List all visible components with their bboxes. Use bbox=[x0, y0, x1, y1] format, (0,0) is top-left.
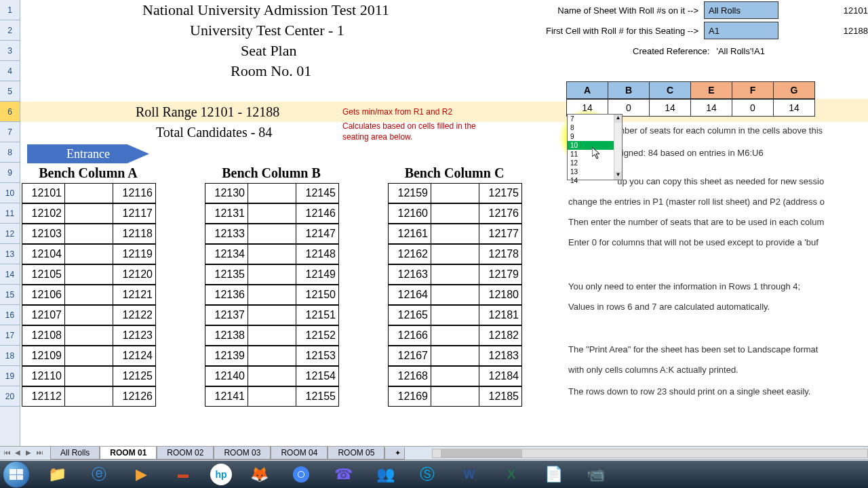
cell[interactable]: 12136 bbox=[205, 285, 248, 305]
cell[interactable]: 12166 bbox=[388, 325, 431, 346]
cell[interactable]: 12151 bbox=[296, 305, 339, 325]
cell-empty[interactable] bbox=[431, 203, 479, 224]
notes-icon[interactable]: 📄 bbox=[538, 464, 568, 485]
row-header-8[interactable]: 8 bbox=[0, 142, 20, 163]
cell[interactable]: 12148 bbox=[296, 244, 339, 264]
cell-empty[interactable] bbox=[431, 244, 479, 264]
cell[interactable]: 12120 bbox=[113, 264, 156, 285]
horizontal-scrollbar[interactable] bbox=[432, 449, 868, 458]
cell[interactable]: 12180 bbox=[479, 285, 522, 305]
cell-empty[interactable] bbox=[248, 244, 296, 264]
cell[interactable]: 12185 bbox=[479, 386, 522, 407]
cell[interactable]: 12130 bbox=[205, 183, 248, 203]
cell[interactable]: 12124 bbox=[113, 346, 156, 366]
cell[interactable]: 12145 bbox=[296, 183, 339, 203]
sheet-tab-room-05[interactable]: ROOM 05 bbox=[328, 447, 384, 460]
row-header-12[interactable]: 12 bbox=[0, 224, 20, 244]
cell-empty[interactable] bbox=[248, 346, 296, 366]
sheet-tab-room-03[interactable]: ROOM 03 bbox=[214, 447, 271, 460]
chrome-icon[interactable] bbox=[286, 464, 316, 485]
row-header-7[interactable]: 7 bbox=[0, 122, 20, 142]
sheet-tab-room-02[interactable]: ROOM 02 bbox=[157, 447, 214, 460]
cell[interactable]: 12163 bbox=[388, 264, 431, 285]
row-header-20[interactable]: 20 bbox=[0, 386, 20, 407]
row-header-14[interactable]: 14 bbox=[0, 264, 20, 285]
tab-nav-prev-icon[interactable]: ◀ bbox=[15, 449, 24, 458]
cell[interactable]: 12133 bbox=[205, 224, 248, 244]
cell-empty[interactable] bbox=[248, 203, 296, 224]
new-sheet-tab[interactable]: ✦ bbox=[384, 447, 405, 460]
cell-empty[interactable] bbox=[64, 325, 113, 346]
row-header-10[interactable]: 10 bbox=[0, 183, 20, 203]
seats-val-2[interactable]: 14 bbox=[649, 99, 691, 117]
cell[interactable]: 12104 bbox=[22, 244, 65, 264]
cell[interactable]: 12135 bbox=[205, 264, 248, 285]
cell[interactable]: 12147 bbox=[296, 224, 339, 244]
cell[interactable]: 12176 bbox=[479, 203, 522, 224]
cell[interactable]: 12162 bbox=[388, 244, 431, 264]
cell-empty[interactable] bbox=[64, 386, 113, 407]
hp-icon[interactable]: hp bbox=[210, 464, 232, 485]
cell[interactable]: 12169 bbox=[388, 386, 431, 407]
row-header-5[interactable]: 5 bbox=[0, 81, 20, 102]
cell[interactable]: 12184 bbox=[479, 366, 522, 386]
cell-empty[interactable] bbox=[248, 183, 296, 203]
cell[interactable]: 12134 bbox=[205, 244, 248, 264]
cell[interactable]: 12118 bbox=[113, 224, 156, 244]
cell-empty[interactable] bbox=[431, 183, 479, 203]
cell[interactable]: 12152 bbox=[296, 325, 339, 346]
tab-nav-last-icon[interactable]: ⏭ bbox=[37, 449, 46, 458]
cell[interactable]: 12131 bbox=[205, 203, 248, 224]
cell[interactable]: 12175 bbox=[479, 183, 522, 203]
cell-empty[interactable] bbox=[431, 285, 479, 305]
scrollbar-thumb[interactable] bbox=[441, 449, 522, 458]
excel-icon[interactable]: X bbox=[496, 464, 526, 485]
sheet-tab-room-01[interactable]: ROOM 01 bbox=[100, 447, 157, 460]
cell[interactable]: 12138 bbox=[205, 325, 248, 346]
cell[interactable]: 12122 bbox=[113, 305, 156, 325]
cell[interactable]: 12177 bbox=[479, 224, 522, 244]
cell[interactable]: 12164 bbox=[388, 285, 431, 305]
viber-icon[interactable]: ☎ bbox=[328, 464, 358, 485]
cell[interactable]: 12141 bbox=[205, 386, 248, 407]
firefox-icon[interactable]: 🦊 bbox=[244, 464, 274, 485]
sheet-tab-all-rolls[interactable]: All Rolls bbox=[50, 447, 100, 460]
cell[interactable]: 12159 bbox=[388, 183, 431, 203]
cell[interactable]: 12146 bbox=[296, 203, 339, 224]
cell-empty[interactable] bbox=[64, 224, 113, 244]
cell-empty[interactable] bbox=[431, 264, 479, 285]
cell[interactable]: 12139 bbox=[205, 346, 248, 366]
cell[interactable]: 12165 bbox=[388, 305, 431, 325]
row-header-13[interactable]: 13 bbox=[0, 244, 20, 264]
cell-empty[interactable] bbox=[64, 346, 113, 366]
cell-empty[interactable] bbox=[64, 285, 113, 305]
cell-empty[interactable] bbox=[431, 346, 479, 366]
cell[interactable]: 12150 bbox=[296, 285, 339, 305]
cell-empty[interactable] bbox=[248, 386, 296, 407]
cell[interactable]: 12149 bbox=[296, 264, 339, 285]
row-header-1[interactable]: 1 bbox=[0, 0, 20, 20]
cell[interactable]: 12160 bbox=[388, 203, 431, 224]
cell[interactable]: 12155 bbox=[296, 386, 339, 407]
wmp-icon[interactable]: ▶ bbox=[126, 464, 156, 485]
cell-empty[interactable] bbox=[64, 183, 113, 203]
row-header-19[interactable]: 19 bbox=[0, 366, 20, 386]
cell-empty[interactable] bbox=[64, 366, 113, 386]
cell[interactable]: 12126 bbox=[113, 386, 156, 407]
cell-empty[interactable] bbox=[248, 305, 296, 325]
row-header-16[interactable]: 16 bbox=[0, 305, 20, 325]
cell-empty[interactable] bbox=[248, 325, 296, 346]
cell[interactable]: 12105 bbox=[22, 264, 65, 285]
row-header-4[interactable]: 4 bbox=[0, 61, 20, 81]
row-header-3[interactable]: 3 bbox=[0, 41, 20, 61]
cell[interactable]: 12101 bbox=[22, 183, 65, 203]
cell-empty[interactable] bbox=[248, 224, 296, 244]
cell[interactable]: 12125 bbox=[113, 366, 156, 386]
cell[interactable]: 12179 bbox=[479, 264, 522, 285]
dropdown-list[interactable]: 7891011121314 ▲ ▼ bbox=[567, 114, 623, 180]
cell[interactable]: 12178 bbox=[479, 244, 522, 264]
explorer-icon[interactable]: 📁 bbox=[42, 464, 72, 485]
cell-empty[interactable] bbox=[64, 203, 113, 224]
row-header-9[interactable]: 9 bbox=[0, 163, 20, 183]
ie-icon[interactable]: ⓔ bbox=[84, 464, 114, 485]
